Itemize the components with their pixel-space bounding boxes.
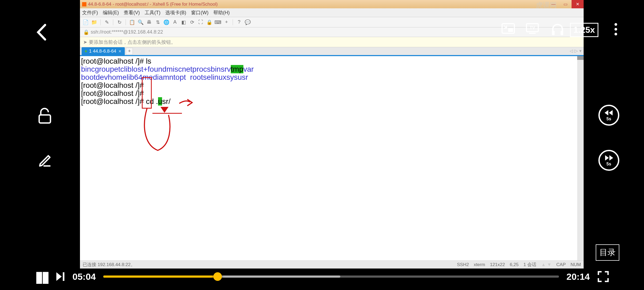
search-icon[interactable]: 🔍: [137, 19, 144, 26]
tab-status-dot: [85, 50, 87, 52]
player-controls: ▮▮ 05:04 20:14: [35, 266, 609, 287]
window-title: 44.8-6.8-64 - root@localhost:/ - Xshell …: [88, 2, 218, 7]
tab-add-button[interactable]: +: [126, 48, 133, 55]
menu-item[interactable]: 窗口(W): [191, 9, 208, 16]
pause-button[interactable]: ▮▮: [35, 267, 48, 286]
tab-close-icon[interactable]: ✕: [118, 49, 122, 53]
skip-fwd-label: 5s: [606, 162, 611, 166]
status-protocol: SSH2: [457, 262, 469, 267]
status-num: NUM: [570, 262, 581, 267]
help-icon[interactable]: ?: [236, 19, 243, 26]
hint-text: 要添加当前会话，点击左侧的箭头按钮。: [89, 39, 176, 45]
chat-icon[interactable]: 💬: [244, 19, 251, 26]
open-icon[interactable]: 📁: [91, 19, 98, 26]
annotate-button[interactable]: [37, 151, 53, 167]
maximize-button[interactable]: ▭: [559, 0, 572, 8]
back-button[interactable]: [35, 23, 48, 42]
progress-thumb[interactable]: [213, 272, 222, 281]
terminal-line: [root@localhost /]# cd .usr/: [81, 97, 583, 106]
terminal-scrollbar[interactable]: [577, 56, 584, 260]
svg-text:TV: TV: [530, 26, 535, 30]
terminal-line: bootdevhomelib64mediamntopt rootselinuxs…: [81, 73, 583, 81]
svg-point-11: [614, 23, 617, 26]
video-content: 44.8-6.8-64 - root@localhost:/ - Xshell …: [80, 0, 584, 269]
current-time: 05:04: [72, 271, 96, 282]
fullscreen-icon[interactable]: ⛶: [197, 19, 204, 26]
svg-rect-5: [508, 28, 513, 32]
status-size: 121x22: [490, 262, 505, 267]
skip-back-button[interactable]: 5s: [598, 105, 619, 126]
tab-nav-right-icon[interactable]: ▷: [575, 48, 578, 53]
pip-button[interactable]: [501, 23, 515, 34]
app-icon: [82, 2, 86, 6]
ssh-lock-icon: 🔒: [83, 29, 89, 35]
next-button[interactable]: [55, 271, 65, 282]
menubar: 文件(F)编辑(E)查看(V)工具(T)选项卡(B)窗口(W)帮助(H): [80, 8, 584, 17]
transfer-icon[interactable]: ⇅: [154, 19, 161, 26]
cast-button[interactable]: TV: [525, 23, 539, 34]
address-text: ssh://root:******@192.168.44.8:22: [91, 29, 163, 35]
refresh-icon[interactable]: ⟳: [189, 19, 196, 26]
status-connection: 已连接 192.168.44.8:22。: [83, 262, 452, 268]
terminal[interactable]: [root@localhost /]# lsbincgroupetcliblos…: [80, 56, 584, 260]
skip-forward-button[interactable]: 5s: [598, 150, 619, 171]
terminal-line: [root@localhost /]# ls: [81, 57, 583, 65]
toc-button[interactable]: 目录: [596, 244, 619, 261]
more-button[interactable]: [614, 23, 617, 36]
titlebar: 44.8-6.8-64 - root@localhost:/ - Xshell …: [80, 0, 584, 8]
font-icon[interactable]: A: [171, 19, 178, 26]
wand-icon[interactable]: ✎: [103, 19, 110, 26]
total-time: 20:14: [566, 271, 590, 282]
new-session-icon[interactable]: 📄: [82, 19, 89, 26]
unlock-button[interactable]: [37, 107, 53, 124]
speed-button[interactable]: 1.25x: [570, 23, 598, 37]
hint-bar: ➤ 要添加当前会话，点击左侧的箭头按钮。: [80, 37, 584, 47]
fullscreen-button[interactable]: [597, 271, 609, 282]
globe-icon[interactable]: 🌐: [163, 19, 170, 26]
svg-point-12: [614, 28, 617, 31]
status-bar: 已连接 192.168.44.8:22。 SSH2 xterm 121x22 6…: [80, 260, 584, 269]
svg-rect-9: [552, 31, 555, 35]
skip-back-label: 5s: [606, 117, 611, 121]
copy-icon[interactable]: 📋: [129, 19, 136, 26]
color-icon[interactable]: ◧: [180, 19, 187, 26]
menu-item[interactable]: 帮助(H): [213, 9, 230, 16]
add-icon[interactable]: +: [223, 19, 230, 26]
print-icon[interactable]: 🖶: [146, 19, 153, 26]
hint-arrow-icon[interactable]: ➤: [83, 39, 87, 45]
tab-nav-left-icon[interactable]: ◁: [570, 48, 573, 53]
menu-item[interactable]: 编辑(E): [103, 9, 119, 16]
status-cursor: 6,25: [510, 262, 519, 267]
close-button[interactable]: ✕: [572, 0, 584, 8]
reconnect-icon[interactable]: ↻: [116, 19, 123, 26]
status-cap: CAP: [556, 262, 566, 267]
status-sessions: 1 会话: [524, 262, 536, 268]
speed-label: 1.25x: [573, 25, 595, 35]
tab-label: 1 44.8-6.8-64: [89, 49, 116, 54]
svg-rect-10: [561, 31, 563, 35]
xshell-window: 44.8-6.8-64 - root@localhost:/ - Xshell …: [80, 0, 584, 269]
svg-rect-14: [63, 272, 64, 281]
menu-item[interactable]: 查看(V): [124, 9, 140, 16]
tab-bar: 1 44.8-6.8-64 ✕ + ◁ ▷ ▾: [80, 47, 584, 56]
terminal-line: [root@localhost /]#: [81, 89, 583, 97]
tab-menu-icon[interactable]: ▾: [579, 48, 581, 53]
session-tab[interactable]: 1 44.8-6.8-64 ✕: [82, 47, 125, 55]
progress-bar[interactable]: [103, 276, 559, 278]
terminal-line: bincgroupetcliblost+foundmiscnetprocsbin…: [81, 65, 583, 73]
menu-item[interactable]: 选项卡(B): [165, 9, 186, 16]
progress-played: [103, 276, 218, 278]
terminal-line: [root@localhost /]#: [81, 81, 583, 89]
toc-label: 目录: [599, 247, 616, 258]
menu-item[interactable]: 工具(T): [145, 9, 160, 16]
audio-button[interactable]: [551, 23, 565, 36]
lock-icon[interactable]: 🔒: [206, 19, 213, 26]
menu-item[interactable]: 文件(F): [82, 9, 98, 16]
status-term: xterm: [474, 262, 485, 267]
minimize-button[interactable]: —: [547, 0, 559, 8]
svg-point-13: [614, 33, 617, 35]
keyboard-icon[interactable]: ⌨: [214, 19, 221, 26]
svg-rect-2: [39, 115, 50, 123]
